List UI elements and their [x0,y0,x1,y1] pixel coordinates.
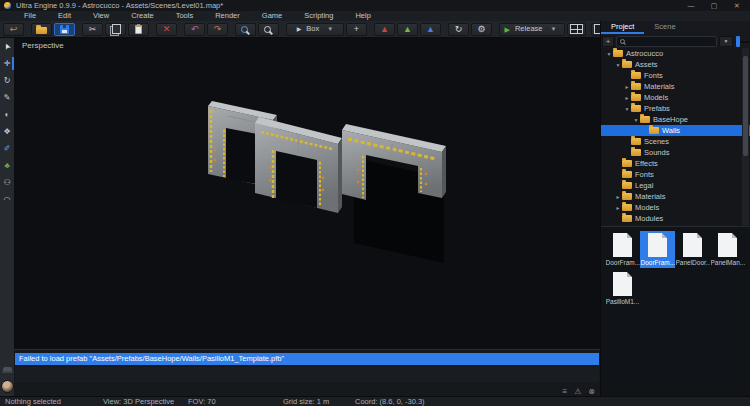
folder-icon [649,127,659,134]
tree-collapsed-icon[interactable]: ► [623,84,631,90]
menu-help[interactable]: Help [344,11,381,21]
pen-tool[interactable]: ✎ [0,89,14,106]
file-document-icon [613,272,632,296]
viewport-3d[interactable]: Perspective [14,38,600,349]
quad-view-button[interactable] [567,23,586,36]
folder-icon [622,182,632,189]
file-item[interactable]: DoorFram... [605,231,640,268]
menu-view[interactable]: View [82,11,120,21]
hierarchy-tool[interactable]: ⚇ [0,174,14,191]
gizmo-tool[interactable]: ❖ [0,123,14,140]
curve-tool[interactable]: ◠ [0,191,14,208]
add-asset-button[interactable]: + [602,36,614,47]
paste-icon [135,25,142,34]
warnings-filter-icon[interactable]: ⚠ [574,387,581,396]
thumbnail-size-slider[interactable] [735,36,749,47]
file-item[interactable]: PanelMan... [710,231,745,268]
tree-item-basehope[interactable]: ▼BaseHope [601,114,750,125]
save-button[interactable] [54,23,75,36]
file-document-icon [683,233,702,257]
primitive-dropdown[interactable]: ▶Box▼ [286,23,344,36]
maximize-button[interactable]: ▢ [709,0,719,11]
tree-scrollbar-thumb[interactable] [743,56,748,156]
tree-expanded-icon[interactable]: ▼ [623,106,631,112]
file-item[interactable]: PanelDoor... [675,231,710,268]
tree-item-scenes[interactable]: Scenes [601,136,750,147]
cap-icon[interactable] [3,367,12,371]
settings-button[interactable]: ⚙ [471,23,492,36]
tree-item-fonts[interactable]: Fonts [601,169,750,180]
file-item[interactable]: PasilloM1... [605,270,640,307]
sphere-tool[interactable]: ◐ [0,106,14,123]
tree-item-materials[interactable]: ►Materials [601,81,750,92]
copy-button[interactable] [105,23,126,36]
menu-game[interactable]: Game [251,11,293,21]
rotate-tool[interactable]: ↻ [0,72,14,89]
tree-item-prefabs[interactable]: ▼Prefabs [601,103,750,114]
tree-item-astrocucco[interactable]: ▼Astrocucco [601,48,750,59]
errors-filter-icon[interactable]: ⊗ [588,387,595,396]
tree-item-walls[interactable]: Walls [601,125,750,136]
tree-item-label: Walls [662,126,680,135]
tab-project[interactable]: Project [601,21,644,34]
paste-button[interactable] [128,23,149,36]
tree-item-label: BaseHope [653,115,688,124]
terrain-blue-button[interactable]: ▲ [420,23,441,36]
menu-edit[interactable]: Edit [47,11,82,21]
user-avatar[interactable] [1,380,14,393]
redo-button[interactable]: ↷ [207,23,228,36]
tree-scrollbar[interactable] [742,48,749,225]
tab-scene[interactable]: Scene [644,21,685,34]
console-error-row[interactable]: Failed to load prefab "Assets/Prefabs/Ba… [15,353,599,365]
filter-dropdown[interactable]: ▼ [719,36,733,47]
move-tool-icon: ✛ [4,59,11,68]
vegetation-tool[interactable]: ♣ [0,157,14,174]
tree-collapsed-icon[interactable]: ► [623,95,631,101]
search-input[interactable] [616,36,717,47]
tree-item-sounds[interactable]: Sounds [601,147,750,158]
menu-scripting[interactable]: Scripting [293,11,344,21]
paint-tool[interactable]: ✐ [0,140,14,157]
menu-tools[interactable]: Tools [165,11,205,21]
file-document-icon [718,233,737,257]
slider-handle[interactable] [736,36,740,47]
zoom-in-button[interactable] [235,23,256,36]
terrain-green-button[interactable]: ▲ [397,23,418,36]
move-tool[interactable]: ✛ [0,55,14,72]
asset-browser-toolbar: + ▼ [602,35,749,48]
zoom-out-button[interactable] [258,23,279,36]
plus-icon: + [354,25,359,34]
select-tool[interactable]: ➤ [0,38,14,55]
menu-create[interactable]: Create [120,11,165,21]
cut-button[interactable]: ✂ [82,23,103,36]
tree-expanded-icon[interactable]: ▼ [605,51,613,57]
sync-button[interactable]: ↻ [448,23,469,36]
menu-render[interactable]: Render [204,11,251,21]
add-button[interactable]: + [346,23,367,36]
tree-expanded-icon[interactable]: ▼ [614,62,622,68]
terrain-red-button[interactable]: ▲ [374,23,395,36]
status-selection: Nothing selected [5,397,61,406]
delete-button[interactable]: ✕ [156,23,177,36]
file-document-icon [648,233,667,257]
minimize-button[interactable]: — [686,0,696,11]
tree-item-modules[interactable]: Modules [601,213,750,224]
tree-item-assets[interactable]: ▼Assets [601,59,750,70]
tree-collapsed-icon[interactable]: ► [614,205,622,211]
tree-item-materials[interactable]: ►Materials [601,191,750,202]
tree-item-fonts[interactable]: Fonts [601,70,750,81]
menu-file[interactable]: File [13,11,47,21]
tree-item-models[interactable]: ►Models [601,202,750,213]
tree-item-legal[interactable]: Legal [601,180,750,191]
open-button[interactable] [31,23,52,36]
run-release-dropdown[interactable]: ▶Release▼ [499,23,565,36]
log-list-icon[interactable]: ≡ [562,387,567,396]
close-button[interactable]: ✕ [732,0,742,11]
back-arrow-button[interactable]: ↩ [3,23,24,36]
tree-item-effects[interactable]: Effects [601,158,750,169]
undo-button[interactable]: ↶ [184,23,205,36]
tree-collapsed-icon[interactable]: ► [614,194,622,200]
file-item[interactable]: DoorFram... [640,231,675,268]
tree-item-models[interactable]: ►Models [601,92,750,103]
tree-expanded-icon[interactable]: ▼ [632,117,640,123]
